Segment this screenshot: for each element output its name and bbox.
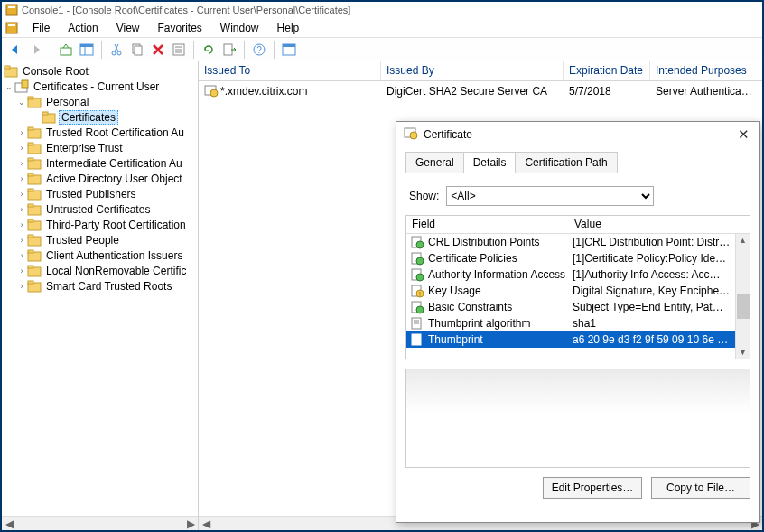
field-icon — [410, 332, 424, 347]
expand-icon[interactable]: › — [16, 251, 27, 260]
edit-properties-button[interactable]: Edit Properties… — [543, 477, 642, 499]
tree-item[interactable]: ›Client Authentication Issuers — [2, 247, 198, 263]
tree-label: Client Authentication Issuers — [44, 249, 184, 262]
forward-button[interactable] — [26, 40, 46, 60]
svg-rect-28 — [42, 112, 48, 115]
col-issued-by[interactable]: Issued By — [381, 61, 564, 80]
expand-icon[interactable]: › — [16, 174, 27, 183]
back-button[interactable] — [5, 40, 25, 60]
close-button[interactable]: ✕ — [734, 126, 752, 143]
field-value: [1]Certificate Policy:Policy Ide… — [573, 252, 750, 265]
tree-label: Smart Card Trusted Roots — [44, 280, 173, 293]
expand-icon[interactable]: › — [16, 205, 27, 214]
field-row[interactable]: CRL Distribution Points[1]CRL Distributi… — [406, 234, 750, 250]
svg-rect-38 — [28, 189, 33, 191]
svg-rect-44 — [28, 235, 33, 238]
copy-button[interactable] — [127, 40, 147, 60]
field-row[interactable]: Certificate Policies[1]Certificate Polic… — [406, 250, 750, 266]
menu-view[interactable]: View — [107, 20, 149, 36]
tree-item[interactable]: ›Trusted Publishers — [2, 186, 198, 201]
expand-icon[interactable]: › — [16, 128, 27, 137]
tree-item[interactable]: ›Enterprise Trust — [2, 140, 198, 155]
col-value[interactable]: Value — [569, 216, 750, 233]
folder-icon — [27, 156, 42, 171]
field-name: Thumbprint — [428, 333, 573, 346]
tree-personal[interactable]: ⌄ Personal — [2, 94, 198, 109]
field-name: Key Usage — [428, 285, 573, 297]
toolbar-separator — [51, 41, 51, 59]
tree-item[interactable]: ›Trusted People — [2, 232, 198, 247]
help-button[interactable]: ? — [249, 40, 269, 60]
field-row[interactable]: Thumbprint algorithmsha1 — [406, 315, 750, 331]
tree-label: Trusted People — [44, 234, 121, 247]
field-name: CRL Distribution Points — [428, 236, 573, 248]
toolbar-separator — [101, 41, 102, 59]
tree-item[interactable]: ›Third-Party Root Certification — [2, 217, 198, 232]
field-icon — [410, 300, 424, 314]
menu-favorites[interactable]: Favorites — [149, 20, 211, 36]
expand-icon[interactable]: › — [16, 220, 27, 229]
show-hide-tree-button[interactable] — [77, 40, 97, 60]
up-button[interactable] — [56, 40, 76, 60]
dialog-title: Certificate — [424, 128, 472, 141]
menu-file[interactable]: File — [23, 20, 59, 36]
expand-icon[interactable]: › — [16, 266, 27, 275]
field-row[interactable]: Thumbprinta6 20 9e d3 f2 9f 59 09 10 6e … — [406, 331, 750, 348]
tree-item[interactable]: ›Untrusted Certificates — [2, 201, 198, 217]
tree-certificates-user[interactable]: ⌄ Certificates - Current User — [2, 79, 198, 94]
scroll-left-icon[interactable]: ◀ — [199, 517, 213, 530]
scroll-thumb[interactable] — [737, 294, 750, 319]
certificate-row[interactable]: *.xmdev.citrix.com DigiCert SHA2 Secure … — [199, 83, 762, 99]
field-row[interactable]: Basic ConstraintsSubject Type=End Entity… — [406, 299, 750, 315]
svg-rect-50 — [28, 281, 33, 284]
tree-label: Certificates - Current User — [32, 80, 161, 93]
tab-details[interactable]: Details — [463, 152, 517, 173]
scroll-right-icon[interactable]: ▶ — [183, 517, 198, 530]
menu-window[interactable]: Window — [211, 20, 268, 36]
view-button[interactable] — [279, 40, 299, 60]
tree-scrollbar[interactable]: ◀ ▶ — [2, 516, 198, 530]
show-select[interactable]: <All> — [446, 186, 654, 206]
menu-action[interactable]: Action — [59, 20, 107, 36]
collapse-icon[interactable]: ⌄ — [16, 98, 27, 107]
svg-rect-0 — [6, 5, 17, 15]
scroll-left-icon[interactable]: ◀ — [2, 517, 16, 530]
tree-root[interactable]: Console Root — [2, 63, 198, 79]
copy-to-file-button[interactable]: Copy to File… — [651, 477, 750, 499]
tree-item[interactable]: ›Smart Card Trusted Roots — [2, 278, 198, 294]
collapse-icon[interactable]: ⌄ — [4, 82, 14, 91]
scroll-up-icon[interactable]: ▲ — [739, 234, 747, 247]
expand-icon[interactable]: › — [16, 236, 27, 245]
menu-help[interactable]: Help — [268, 20, 309, 36]
tree-item[interactable]: ›Trusted Root Certification Au — [2, 125, 198, 140]
tree-item[interactable]: ›Active Directory User Object — [2, 171, 198, 186]
tab-general[interactable]: General — [405, 152, 464, 173]
field-row[interactable]: Authority Information Access[1]Authority… — [406, 266, 750, 283]
expand-icon[interactable]: › — [16, 159, 27, 168]
tree-certificates-selected[interactable]: Certificates — [2, 109, 198, 125]
field-scrollbar[interactable]: ▲ ▼ — [735, 234, 750, 359]
field-value: sha1 — [573, 317, 750, 330]
tree-label: Trusted Publishers — [44, 188, 138, 201]
col-purposes[interactable]: Intended Purposes — [650, 61, 760, 80]
expand-icon[interactable]: › — [16, 144, 27, 153]
delete-button[interactable] — [148, 40, 168, 60]
tree-item[interactable]: ›Intermediate Certification Au — [2, 155, 198, 171]
expand-icon[interactable]: › — [16, 282, 27, 291]
export-button[interactable] — [219, 40, 239, 60]
tree-item[interactable]: ›Local NonRemovable Certific — [2, 263, 198, 278]
field-row[interactable]: !Key UsageDigital Signature, Key Enciphe… — [406, 283, 750, 299]
col-expiration[interactable]: Expiration Date — [564, 61, 650, 80]
field-name: Authority Information Access — [428, 268, 573, 281]
tab-certpath[interactable]: Certification Path — [515, 152, 617, 173]
scroll-down-icon[interactable]: ▼ — [739, 346, 747, 359]
expand-icon[interactable]: › — [16, 190, 27, 199]
folder-icon — [27, 141, 42, 155]
properties-button[interactable] — [169, 40, 189, 60]
col-field[interactable]: Field — [406, 216, 569, 233]
col-issued-to[interactable]: Issued To — [199, 61, 381, 80]
cut-button[interactable] — [107, 40, 126, 60]
cell-purposes: Server Authenticati… — [650, 85, 760, 98]
refresh-button[interactable] — [199, 40, 219, 60]
field-icon — [410, 316, 424, 331]
